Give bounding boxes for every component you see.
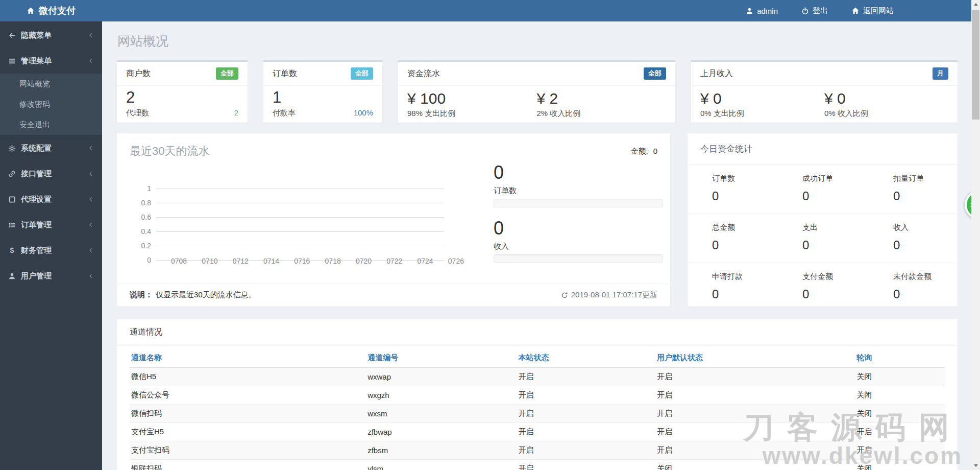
square-icon [8,196,16,203]
sidebar-subitem-change-password[interactable]: 修改密码 [0,94,102,114]
x-tick: 0720 [356,257,372,265]
y-tick: 1 [130,184,156,193]
card-value: 1 [273,89,373,106]
updated-timestamp: 2019-08-01 17:07:17更新 [571,290,657,300]
sidebar-item-system-config[interactable]: 系统配置 [0,135,102,161]
sidebar-item-manage-menu[interactable]: 管理菜单 [0,48,102,74]
today-cell: 订单数0 [712,174,802,203]
menu-icon [8,57,16,65]
refresh-control[interactable]: 2019-08-01 17:07:17更新 [561,290,657,300]
flow-stats: 0 订单数 0 收入 [494,163,663,263]
nav-logout[interactable]: 登出 [801,6,828,16]
stat-label: 收入 [494,242,663,251]
chart-gridline [156,203,444,203]
chart-x-axis: 0708 0710 0712 0714 0716 0718 0720 0722 … [171,257,464,265]
today-cell: 收入0 [893,223,947,252]
table-cell: zfbwap [366,423,517,441]
card-badge[interactable]: 全部 [216,67,238,80]
sidebar-submenu: 网站概览 修改密码 安全退出 [0,74,102,135]
list-icon [8,221,16,229]
table-cell: ylsm [366,460,517,470]
card-sub-value: 100% [354,108,373,118]
today-cell: 支付金额0 [802,272,893,301]
card-title: 上月收入 [700,68,733,79]
home-icon [27,7,35,15]
card-title: 资金流水 [407,68,440,79]
sidebar-item-interface-manage[interactable]: 接口管理 [0,161,102,186]
sidebar: 隐藏菜单 管理菜单 网站概览 修改密码 安全退出 系统配置 接口管理 [0,21,102,470]
nav-logout-label: 登出 [813,6,828,16]
card-sub-label: 付款率 [273,108,296,118]
today-row: 订单数0 成功订单0 扣量订单0 [688,165,958,214]
chevron-left-icon [88,32,94,38]
gear-icon [8,145,16,152]
sidebar-item-label: 管理菜单 [21,56,52,66]
card-badge[interactable]: 全部 [351,67,373,80]
brand-title: 微付支付 [39,5,76,17]
sidebar-item-user-manage[interactable]: 用户管理 [0,263,102,289]
table-row: 支付宝H5 zfbwap 开启 开启 开启 [130,423,945,441]
col-header-site-status[interactable]: 本站状态 [517,348,655,368]
col-header-polling[interactable]: 轮询 [855,348,945,368]
card-badge[interactable]: 月 [933,67,948,80]
sidebar-item-hide-menu[interactable]: 隐藏菜单 [0,22,102,48]
stat-card-merchants: 商户数 全部 2 代理数 2 [117,60,248,123]
chevron-left-icon [88,145,94,151]
chevron-left-icon [88,171,94,177]
x-tick: 0718 [325,257,341,265]
card-sub-label: 0% 支出比例 [700,109,824,119]
card-value: ¥ 2 [537,90,667,107]
scroll-up-arrow[interactable] [971,0,980,9]
panel-title: 今日资金统计 [688,133,958,165]
col-header-channel-name[interactable]: 通道名称 [130,348,366,368]
table-row: 银联扫码 ylsm 开启 关闭 关闭 [130,460,945,470]
table-cell: 开启 [655,423,855,441]
brand[interactable]: 微付支付 [0,5,102,17]
today-row: 申请打款0 支付金额0 未付款金额0 [688,263,958,312]
table-cell: 微信H5 [130,368,366,386]
note-text: 仅显示最近30天的流水信息。 [156,290,256,299]
scrollbar-thumb[interactable] [972,10,979,120]
chevron-left-icon [88,273,94,279]
today-cell: 扣量订单0 [893,174,947,203]
sidebar-item-label: 用户管理 [21,271,52,281]
table-row: 微信公众号 wxgzh 开启 开启 关闭 [130,386,945,405]
chart-note: 说明：仅显示最近30天的流水信息。 [130,290,256,300]
sidebar-item-finance-manage[interactable]: $ 财务管理 [0,238,102,263]
stat-cards-row: 商户数 全部 2 代理数 2 订单数 全部 1 付款率 100% [117,60,958,123]
table-cell: 关闭 [655,460,855,470]
table-cell: 支付宝扫码 [130,441,366,460]
today-cell: 总金额0 [712,223,802,252]
x-tick: 0724 [418,257,433,265]
card-value: ¥ 0 [824,90,948,107]
chart-gridline [156,231,444,232]
sidebar-subitem-safe-exit[interactable]: 安全退出 [0,114,102,135]
y-tick: 0.2 [130,242,156,250]
y-tick: 0.4 [130,227,156,236]
scrollbar[interactable] [971,0,980,470]
subitem-label: 安全退出 [19,120,50,130]
chart-grid: 1 0.8 0.6 0.4 0.2 0 [130,181,444,267]
scroll-down-arrow[interactable] [971,461,980,470]
nav-back-site[interactable]: 返回网站 [851,6,894,16]
table-cell: 关闭 [855,386,945,405]
card-sub-label: 98% 支出比例 [407,109,537,119]
home-icon [851,7,860,15]
sidebar-subitem-site-overview[interactable]: 网站概览 [0,74,102,94]
refresh-icon [561,292,568,299]
col-header-user-default-status[interactable]: 用户默认状态 [655,348,855,368]
table-cell: 开启 [517,423,655,441]
today-cell: 成功订单0 [802,174,893,203]
power-icon [801,7,809,15]
panel-title: 通道情况 [117,319,958,346]
table-cell: 开启 [655,441,855,460]
sidebar-item-order-manage[interactable]: 订单管理 [0,212,102,238]
nav-user[interactable]: admin [746,7,778,15]
content: 网站概况 商户数 全部 2 代理数 2 订单数 全部 1 [102,21,971,470]
col-header-channel-code[interactable]: 通道编号 [366,348,517,368]
sidebar-item-agent-settings[interactable]: 代理设置 [0,186,102,212]
table-cell: 开启 [855,441,945,460]
card-badge[interactable]: 全部 [644,67,666,80]
progress-bar [494,199,663,207]
x-tick: 0710 [202,257,217,265]
